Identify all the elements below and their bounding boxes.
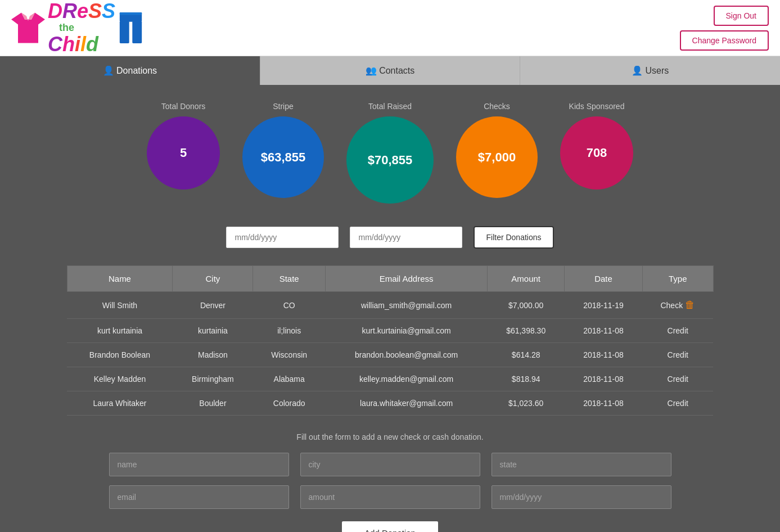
cell-name: Brandon Boolean — [67, 343, 173, 367]
total-raised-value: $70,855 — [368, 153, 413, 168]
cell-type: Check 🗑 — [642, 292, 713, 319]
nav-tabs: 👤 Donations 👥 Contacts 👤 Users — [0, 56, 780, 85]
date-end-input[interactable] — [350, 227, 462, 248]
svg-rect-4 — [132, 21, 142, 43]
date-start-input[interactable] — [226, 227, 339, 248]
table-header: Name City State Email Address Amount Dat… — [67, 266, 713, 292]
cell-email: brandon.boolean@gmail.com — [325, 343, 487, 367]
kids-sponsored-label: Kids Sponsored — [569, 102, 625, 111]
cell-date: 2018-11-08 — [565, 343, 643, 367]
cell-type: Credit — [642, 391, 713, 416]
cell-date: 2018-11-08 — [565, 367, 643, 391]
stat-kids-sponsored: Kids Sponsored 708 — [560, 102, 633, 190]
donations-icon: 👤 — [103, 66, 116, 75]
stat-total-raised: Total Raised $70,855 — [346, 102, 434, 204]
cell-city: Birmingham — [173, 367, 253, 391]
kids-sponsored-value: 708 — [587, 146, 607, 160]
email-input[interactable] — [109, 485, 289, 509]
cell-email: kurt.kurtainia@gmail.com — [325, 319, 487, 343]
svg-rect-5 — [120, 12, 142, 15]
col-header-state: State — [253, 266, 325, 292]
stat-stripe: Stripe $63,855 — [242, 102, 324, 198]
header: DReSS the Child Sign Out Change Password — [0, 0, 780, 56]
table-row: Laura Whitaker Boulder Colorado laura.wh… — [67, 391, 713, 416]
cell-amount: $614.28 — [488, 343, 565, 367]
tshirt-icon — [11, 12, 45, 43]
stat-total-donors: Total Donors 5 — [147, 102, 220, 190]
cell-state: Wisconsin — [253, 343, 325, 367]
cell-state: CO — [253, 292, 325, 319]
contacts-icon: 👥 — [366, 66, 379, 75]
state-input[interactable] — [492, 453, 671, 476]
tab-donations[interactable]: 👤 Donations — [0, 56, 260, 85]
table-row: kurt kurtainia kurtainia il;linois kurt.… — [67, 319, 713, 343]
total-donors-label: Total Donors — [161, 102, 206, 111]
cell-amount: $61,398.30 — [488, 319, 565, 343]
total-donors-circle: 5 — [147, 116, 220, 190]
cell-type: Credit — [642, 343, 713, 367]
cell-email: william_smith@gmail.com — [325, 292, 487, 319]
cell-name: kurt kurtainia — [67, 319, 173, 343]
add-donation-form: Fill out the form to add a new check or … — [109, 432, 671, 532]
delete-icon[interactable]: 🗑 — [685, 299, 695, 310]
logo-text: DReSS the Child — [48, 0, 115, 56]
checks-circle: $7,000 — [456, 116, 538, 198]
total-donors-value: 5 — [180, 146, 187, 160]
cell-city: Madison — [173, 343, 253, 367]
tab-contacts[interactable]: 👥 Contacts — [260, 56, 521, 85]
cell-city: Boulder — [173, 391, 253, 416]
cell-name: Kelley Madden — [67, 367, 173, 391]
sign-out-button[interactable]: Sign Out — [714, 6, 769, 26]
svg-rect-3 — [120, 21, 129, 43]
stats-row: Total Donors 5 Stripe $63,855 Total Rais… — [11, 102, 769, 204]
users-icon: 👤 — [632, 66, 645, 75]
col-header-type: Type — [642, 266, 713, 292]
donations-table: Name City State Email Address Amount Dat… — [67, 265, 714, 416]
kids-sponsored-circle: 708 — [560, 116, 633, 190]
table-body: Will Smith Denver CO william_smith@gmail… — [67, 292, 713, 416]
add-donation-button[interactable]: Add Donation — [341, 520, 439, 532]
cell-state: il;linois — [253, 319, 325, 343]
col-header-date: Date — [565, 266, 643, 292]
name-input[interactable] — [109, 453, 289, 476]
table-row: Kelley Madden Birmingham Alabama kelley.… — [67, 367, 713, 391]
total-raised-label: Total Raised — [368, 102, 412, 111]
filter-donations-button[interactable]: Filter Donations — [474, 226, 553, 249]
col-header-name: Name — [67, 266, 173, 292]
cell-amount: $7,000.00 — [488, 292, 565, 319]
cell-type: Credit — [642, 319, 713, 343]
col-header-city: City — [173, 266, 253, 292]
tab-users-label: Users — [646, 66, 669, 75]
cell-state: Colorado — [253, 391, 325, 416]
table-header-row: Name City State Email Address Amount Dat… — [67, 266, 713, 292]
cell-state: Alabama — [253, 367, 325, 391]
table-row: Brandon Boolean Madison Wisconsin brando… — [67, 343, 713, 367]
cell-name: Will Smith — [67, 292, 173, 319]
cell-city: Denver — [173, 292, 253, 319]
cell-date: 2018-11-08 — [565, 391, 643, 416]
tab-contacts-label: Contacts — [379, 66, 414, 75]
main-content: Total Donors 5 Stripe $63,855 Total Rais… — [0, 85, 780, 532]
cell-city: kurtainia — [173, 319, 253, 343]
change-password-button[interactable]: Change Password — [680, 30, 769, 51]
total-raised-circle: $70,855 — [346, 116, 434, 204]
amount-input[interactable] — [300, 485, 480, 509]
stripe-label: Stripe — [273, 102, 294, 111]
cell-name: Laura Whitaker — [67, 391, 173, 416]
cell-email: kelley.madden@gmail.com — [325, 367, 487, 391]
tab-donations-label: Donations — [116, 66, 157, 75]
table-row: Will Smith Denver CO william_smith@gmail… — [67, 292, 713, 319]
checks-label: Checks — [484, 102, 510, 111]
date-input[interactable] — [492, 485, 671, 509]
stripe-value: $63,855 — [261, 150, 306, 165]
col-header-email: Email Address — [325, 266, 487, 292]
form-instruction: Fill out the form to add a new check or … — [109, 432, 671, 441]
cell-date: 2018-11-08 — [565, 319, 643, 343]
tab-users[interactable]: 👤 Users — [520, 56, 780, 85]
city-input[interactable] — [300, 453, 480, 476]
cell-amount: $1,023.60 — [488, 391, 565, 416]
stripe-circle: $63,855 — [242, 116, 324, 198]
logo: DReSS the Child — [11, 0, 143, 56]
cell-type: Credit — [642, 367, 713, 391]
checks-value: $7,000 — [478, 150, 516, 165]
